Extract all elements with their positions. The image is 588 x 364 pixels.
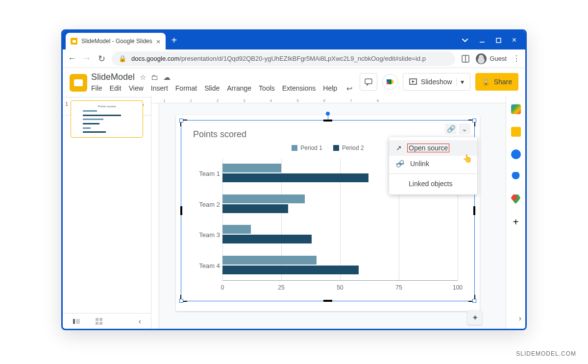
- maps-icon[interactable]: [511, 194, 521, 204]
- slideshow-button[interactable]: Slideshow ▾: [403, 73, 470, 91]
- browser-tab[interactable]: SlideModel - Google Slides ×: [66, 33, 166, 49]
- canvas-area: 112345678: [151, 96, 506, 329]
- menu-format[interactable]: Format: [175, 84, 197, 93]
- svg-rect-14: [99, 322, 102, 325]
- calendar-icon[interactable]: [511, 104, 521, 114]
- slides-logo-icon[interactable]: [70, 74, 87, 92]
- forward-icon[interactable]: →: [82, 53, 91, 64]
- explore-button[interactable]: ✦: [467, 310, 482, 325]
- meet-button[interactable]: [382, 74, 398, 90]
- svg-rect-7: [387, 82, 389, 84]
- address-bar[interactable]: 🔒 docs.google.com/presentation/d/1Qqd92Q…: [112, 51, 455, 66]
- move-icon[interactable]: 🗀: [151, 73, 158, 81]
- maximize-icon[interactable]: [496, 38, 501, 43]
- svg-rect-12: [99, 318, 102, 321]
- browser-window: SlideModel - Google Slides × + × ← → ↻ 🔒…: [61, 29, 527, 330]
- menu-arrange[interactable]: Arrange: [227, 84, 251, 93]
- linked-chart-object[interactable]: 🔗 ⌄ ↗ Open source 👆 🔗 Unlink: [181, 120, 475, 301]
- chrome-menu-icon[interactable]: ⋮: [513, 54, 520, 63]
- chart-bar: [222, 256, 317, 265]
- comment-icon: [364, 77, 373, 86]
- cloud-status-icon[interactable]: ☁: [163, 73, 171, 82]
- pointer-cursor-icon: 👆: [463, 154, 472, 163]
- profile-chip[interactable]: Guest: [476, 53, 507, 64]
- url-path: /presentation/d/1Qqd92QB20-ygUhEZIkBFgr5…: [179, 55, 426, 62]
- svg-rect-9: [73, 319, 75, 324]
- browser-nav-bar: ← → ↻ 🔒 docs.google.com/presentation/d/1…: [63, 49, 525, 68]
- svg-rect-11: [96, 318, 98, 321]
- menu-insert[interactable]: Insert: [151, 84, 168, 93]
- linked-objects-label: Linked objects: [409, 180, 453, 188]
- lock-icon: 🔒: [119, 55, 126, 62]
- tab-close-icon[interactable]: ×: [156, 37, 161, 46]
- category-label: Team 1: [193, 170, 220, 177]
- menu-help[interactable]: Help: [323, 84, 337, 93]
- chart-bar: [222, 235, 312, 243]
- comment-history-button[interactable]: [360, 73, 377, 91]
- guest-label: Guest: [490, 55, 507, 62]
- menu-file[interactable]: File: [91, 84, 102, 93]
- category-label: Team 3: [193, 231, 220, 239]
- avatar-icon: [476, 53, 487, 64]
- minimize-icon[interactable]: [479, 37, 485, 43]
- slide-thumbnail-1[interactable]: 1 Points scored: [71, 100, 143, 138]
- rotate-handle[interactable]: [326, 112, 330, 116]
- slide-number: 1: [65, 101, 68, 107]
- rail-collapse-icon[interactable]: ›: [519, 314, 521, 323]
- reading-list-icon[interactable]: [461, 54, 470, 63]
- open-in-new-icon: ↗: [396, 144, 402, 152]
- linked-chart-dropdown: ↗ Open source 👆 🔗 Unlink Linked objects: [389, 137, 477, 194]
- editor-main: 1 Points scored ‹ 112345678: [63, 96, 525, 329]
- back-icon[interactable]: ←: [68, 53, 76, 64]
- tab-title: SlideModel - Google Slides: [81, 38, 152, 45]
- close-window-icon[interactable]: ×: [512, 36, 516, 45]
- menu-edit[interactable]: Edit: [110, 84, 122, 93]
- menu-extensions[interactable]: Extensions: [282, 84, 316, 93]
- svg-rect-1: [496, 38, 501, 43]
- chart-bar: [222, 173, 368, 182]
- contacts-icon[interactable]: [511, 172, 521, 182]
- svg-rect-13: [96, 322, 98, 325]
- slideshow-chevron-icon[interactable]: ▾: [456, 78, 464, 86]
- tasks-icon[interactable]: [511, 149, 521, 159]
- document-title[interactable]: SlideModel: [91, 72, 135, 82]
- url-domain: docs.google.com: [131, 55, 179, 62]
- lock-icon: 🔒: [482, 78, 490, 86]
- svg-rect-10: [76, 319, 80, 324]
- reload-icon[interactable]: ↻: [97, 53, 106, 64]
- menu-slide[interactable]: Slide: [204, 84, 220, 93]
- slide-canvas[interactable]: 🔗 ⌄ ↗ Open source 👆 🔗 Unlink: [176, 115, 480, 311]
- menu-linked-objects[interactable]: Linked objects: [389, 176, 477, 192]
- last-edit-icon[interactable]: ↩: [346, 84, 353, 93]
- category-label: Team 2: [193, 200, 220, 208]
- filmstrip-collapse-icon[interactable]: ‹: [139, 317, 141, 326]
- chart-bar: [222, 266, 359, 274]
- filmstrip-view-icon[interactable]: [73, 317, 80, 325]
- watermark: SLIDEMODEL.COM: [516, 350, 576, 357]
- play-icon: [409, 78, 417, 86]
- side-panel-rail: + ›: [506, 96, 525, 329]
- menu-tools[interactable]: Tools: [259, 84, 275, 93]
- keep-icon[interactable]: [511, 127, 521, 137]
- chart-bar: [222, 225, 251, 234]
- grid-view-icon[interactable]: [95, 317, 103, 325]
- menu-open-source[interactable]: ↗ Open source 👆: [389, 140, 477, 156]
- chart-bar: [222, 164, 281, 172]
- legend-item-1: Period 1: [292, 145, 322, 151]
- chart-bar: [222, 204, 288, 213]
- share-button[interactable]: 🔒 Share: [475, 73, 518, 91]
- slideshow-label: Slideshow: [421, 78, 452, 86]
- slides-favicon-icon: [71, 38, 77, 45]
- new-tab-button[interactable]: +: [172, 35, 177, 46]
- add-on-icon[interactable]: +: [511, 217, 521, 227]
- open-source-label: Open source: [408, 144, 449, 152]
- legend-item-2: Period 2: [333, 145, 364, 151]
- menu-view[interactable]: View: [129, 84, 144, 93]
- window-controls: ×: [453, 31, 525, 49]
- filmstrip-footer: ‹: [63, 313, 151, 329]
- category-label: Team 4: [193, 262, 220, 269]
- star-icon[interactable]: ☆: [140, 73, 146, 82]
- share-label: Share: [494, 78, 512, 86]
- filmstrip: 1 Points scored: [63, 96, 151, 329]
- tab-search-icon[interactable]: [462, 37, 468, 44]
